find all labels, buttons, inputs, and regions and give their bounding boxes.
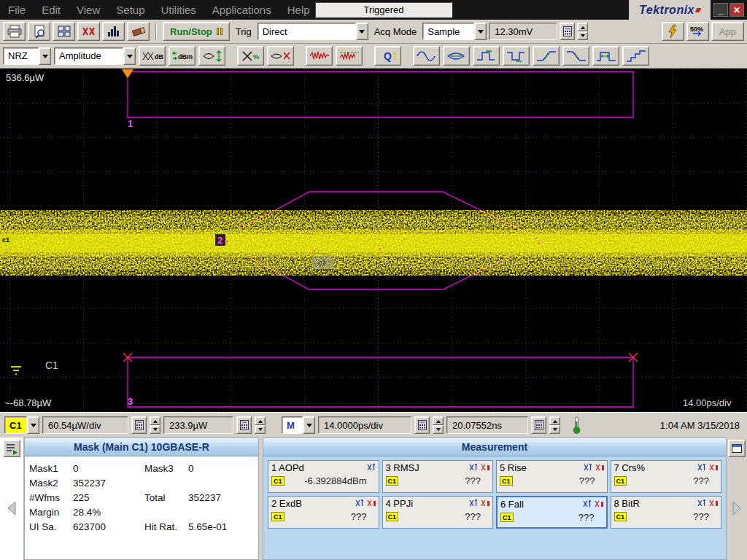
keypad-button[interactable] [131,416,147,434]
keypad-button[interactable] [560,23,575,40]
stats-icon[interactable] [584,464,593,472]
chevron-down-icon[interactable] [27,416,39,434]
print-preview-button[interactable] [28,22,50,41]
vertical-scale-spinner[interactable] [150,416,160,434]
stats-icon[interactable] [469,499,479,508]
menu-file[interactable]: File [0,0,34,20]
measurement-setup-button[interactable] [3,440,20,457]
acq-mode-select[interactable]: Sample [422,23,487,40]
low-level-button[interactable] [503,46,530,66]
fall-time-button[interactable] [562,46,589,66]
rise-time-button[interactable] [533,46,560,66]
pulse-width-button[interactable] [592,46,619,66]
q-factor-button[interactable]: Q [374,46,401,66]
vertical-offset-field[interactable]: 233.9µW [163,416,233,434]
annotations-icon[interactable] [595,500,604,508]
annotations-icon[interactable] [367,499,376,508]
measurement-tile-aopd[interactable]: 1 AOPd C1 -6.392884dBm [268,460,379,493]
keypad-button[interactable] [236,416,252,434]
trigger-marker[interactable] [122,69,133,78]
eye-width-button[interactable] [443,46,470,66]
source-badge: C1 [614,476,627,486]
measurement-tile-fall[interactable]: 6 Fall C1 ??? [496,496,608,529]
high-level-button[interactable] [473,46,500,66]
menu-view[interactable]: View [69,0,108,20]
menu-setup[interactable]: Setup [108,0,152,20]
horizontal-position-spinner[interactable] [549,416,560,434]
jitter-rms-button[interactable] [336,46,363,66]
vertical-offset-spinner[interactable] [255,416,266,434]
keypad-button[interactable] [414,416,430,434]
keypad-button[interactable] [531,416,546,434]
measurement-tile-exdb[interactable]: 2 ExdB C1 ??? [268,496,379,529]
measurement-tile-rmsj[interactable]: 3 RMSJ C1 ??? [382,460,494,493]
scroll-right-icon[interactable] [730,499,743,517]
annotations-icon[interactable] [595,464,605,472]
scroll-left-icon[interactable] [5,499,18,517]
set-50pct-button[interactable]: 50% [686,22,709,41]
annotations-icon[interactable] [709,464,719,472]
measurement-value: ??? [351,511,367,522]
jitter-pp-button[interactable] [306,46,333,66]
horizontal-position-field[interactable]: 20.07552ns [446,416,528,434]
stats-icon[interactable] [697,499,707,508]
crossing-percent-button[interactable]: % [237,46,264,66]
source-badge: C1 [271,512,285,521]
stats-icon[interactable] [355,499,365,508]
autoset-button[interactable] [662,22,684,41]
chevron-down-icon[interactable] [123,47,136,65]
run-stop-button[interactable]: Run/Stop [163,22,230,41]
period-button[interactable] [413,46,440,66]
clear-data-button[interactable] [127,22,150,41]
source-badge: C1 [386,476,399,486]
amplitude-button[interactable] [198,46,225,66]
horizontal-scale-spinner[interactable] [433,416,444,434]
measurement-tile-ppji[interactable]: 4 PPJi C1 ??? [382,496,494,529]
minimize-button[interactable]: _ [713,3,728,17]
signal-format-select[interactable]: NRZ [3,47,51,65]
low-level-icon [506,50,527,63]
waveform-display[interactable]: 1 2 3 536.6µW ~-68.78µW 14.00ps/div C1 c… [0,69,747,412]
annotations-icon[interactable] [481,499,490,508]
histogram-button[interactable] [102,22,125,41]
panel-toggle-button[interactable] [728,440,746,457]
chevron-down-icon[interactable] [303,416,315,434]
measure-category-select[interactable]: Amplitude [54,47,136,65]
print-button[interactable] [3,22,26,41]
spin-down-icon[interactable] [577,31,588,40]
stats-icon[interactable] [697,464,707,472]
measurement-tile-rise[interactable]: 5 Rise C1 ??? [496,460,608,493]
stats-icon[interactable] [469,464,479,472]
channel-select[interactable]: C1 [4,416,39,434]
tile-windows-button[interactable] [53,22,75,41]
annotations-icon[interactable] [481,464,490,472]
chevron-down-icon[interactable] [356,23,368,40]
menu-help[interactable]: Help [279,0,318,20]
stairstep-button[interactable] [622,46,649,66]
trigger-source-select[interactable]: Direct [258,23,368,40]
spin-up-icon[interactable] [577,23,588,31]
menu-applications[interactable]: Applications [204,0,279,20]
temperature-icon [572,416,581,435]
stats-icon[interactable] [367,464,376,472]
avg-power-dbm-button[interactable]: dBm [169,46,196,66]
measurement-tile-bitr[interactable]: 8 BitR C1 ??? [611,496,722,529]
extinction-ratio-button[interactable]: dB [139,46,166,66]
chevron-down-icon[interactable] [39,47,51,65]
mask-test-button[interactable] [77,22,100,41]
annotations-icon[interactable] [709,499,719,508]
trigger-level-spinner[interactable] [577,23,588,40]
measurement-tile-crs[interactable]: 7 Crs% C1 ??? [611,460,722,493]
trigger-level-field[interactable]: 12.30mV [489,23,557,40]
timebase-select[interactable]: M [282,416,315,434]
menu-edit[interactable]: Edit [34,0,69,20]
menu-utilities[interactable]: Utilities [152,0,204,20]
stats-icon[interactable] [583,500,592,508]
trace-handle[interactable]: c1 [312,256,334,269]
chevron-down-icon[interactable] [474,23,487,40]
close-button[interactable]: ✕ [729,3,744,17]
vertical-scale-field[interactable]: 60.54µW/div [42,416,128,434]
eye-mask-hits-button[interactable] [267,46,294,66]
app-button[interactable]: App [711,22,744,41]
horizontal-scale-field[interactable]: 14.0000ps/div [318,416,411,434]
